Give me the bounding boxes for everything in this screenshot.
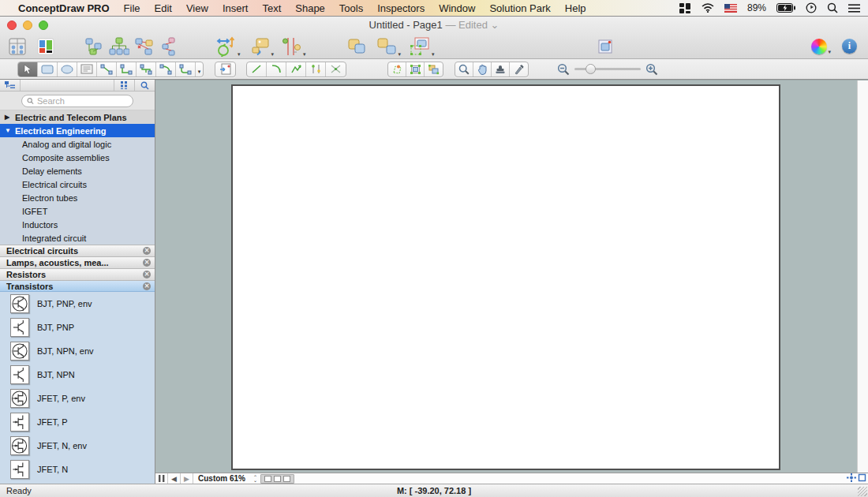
- battery-charging-icon[interactable]: [776, 3, 795, 13]
- tree-connector-tool[interactable]: [137, 62, 156, 77]
- list-icon[interactable]: [848, 4, 860, 13]
- tree-child-item[interactable]: Electrical circuits: [0, 178, 155, 191]
- close-library-icon[interactable]: ✕: [143, 247, 151, 255]
- info-button[interactable]: i: [842, 39, 857, 54]
- wifi-icon[interactable]: [702, 3, 714, 13]
- view-mode-3-button[interactable]: [283, 476, 290, 482]
- shape-item-bjt-pnp[interactable]: BJT, PNP: [0, 316, 155, 339]
- zoom-out-button[interactable]: [557, 63, 570, 76]
- menu-insert[interactable]: Insert: [215, 2, 256, 14]
- next-page-button[interactable]: ▶: [181, 473, 193, 484]
- shape-item-jfet-p[interactable]: JFET, P: [0, 410, 155, 434]
- smart-connector-tool[interactable]: [117, 62, 137, 77]
- insert-picture-icon[interactable]: ▾: [250, 36, 275, 57]
- tree-child-item[interactable]: Inductors: [0, 218, 155, 231]
- direct-connector-tool[interactable]: [97, 62, 117, 77]
- line-tool[interactable]: [247, 62, 267, 77]
- split-tool[interactable]: [326, 62, 346, 77]
- view-mode-1-button[interactable]: [264, 476, 271, 482]
- clock-icon[interactable]: [806, 2, 817, 13]
- menu-edit[interactable]: Edit: [148, 2, 179, 14]
- library-section-electrical-circuits[interactable]: Electrical circuits ✕: [0, 245, 155, 256]
- zoom-slider-knob[interactable]: [586, 64, 596, 74]
- menu-help[interactable]: Help: [558, 2, 593, 14]
- tree-child-item[interactable]: IGFET: [0, 204, 155, 218]
- search-field[interactable]: [21, 95, 133, 107]
- pointer-tool[interactable]: [18, 62, 38, 77]
- library-section-lamps-acoustics[interactable]: Lamps, acoustics, mea... ✕: [0, 256, 155, 268]
- close-library-icon[interactable]: ✕: [143, 259, 151, 267]
- shape-item-bjt-npn-env[interactable]: BJT, NPN, env: [0, 339, 155, 363]
- edit-shape-tool[interactable]: [406, 62, 425, 77]
- resize-grip[interactable]: [858, 487, 867, 496]
- auto-connect-tool[interactable]: [215, 62, 235, 77]
- org-chart-icon[interactable]: [109, 36, 129, 57]
- tree-child-item[interactable]: Analog and digital logic: [0, 137, 155, 151]
- tree-child-item[interactable]: Composite assemblies: [0, 151, 155, 164]
- menu-app[interactable]: ConceptDraw PRO: [11, 2, 117, 14]
- library-section-resistors[interactable]: Resistors ✕: [0, 268, 155, 280]
- reshape-tool[interactable]: [388, 62, 406, 77]
- zoom-in-button[interactable]: [645, 63, 658, 76]
- align-shapes-icon[interactable]: ▾: [282, 36, 306, 57]
- edit-group-tool[interactable]: [425, 62, 443, 77]
- vertical-scrollbar[interactable]: [857, 80, 868, 473]
- fit-page-icon[interactable]: [847, 473, 856, 484]
- zoom-tool[interactable]: [455, 62, 473, 77]
- text-tool[interactable]: [77, 62, 97, 77]
- ellipse-tool[interactable]: [58, 62, 77, 77]
- zoom-slider[interactable]: [574, 68, 641, 70]
- actual-size-icon[interactable]: [858, 473, 866, 484]
- connect-shapes-icon[interactable]: [134, 36, 155, 57]
- arc-tool[interactable]: [267, 62, 286, 77]
- grid-view-button[interactable]: [114, 80, 134, 91]
- group-icon[interactable]: [346, 36, 368, 57]
- tree-diagram-icon[interactable]: [84, 36, 104, 57]
- close-library-icon[interactable]: ✕: [143, 282, 151, 290]
- search-icon[interactable]: [827, 2, 838, 13]
- tree-item-electric-telecom-plans[interactable]: ▶ Electric and Telecom Plans: [0, 110, 155, 124]
- horizontal-scrollbar[interactable]: [294, 473, 847, 484]
- libraries-panel-icon[interactable]: [8, 37, 27, 56]
- zoom-stepper[interactable]: ⌃⌄: [250, 476, 260, 482]
- close-library-icon[interactable]: ✕: [143, 271, 151, 278]
- tree-child-item[interactable]: Integrated circuit: [0, 231, 155, 245]
- tree-child-item[interactable]: Electron tubes: [0, 191, 155, 204]
- shape-item-jfet-n[interactable]: JFET, N: [0, 458, 155, 481]
- stamp-tool[interactable]: [492, 62, 510, 77]
- ungroup-icon[interactable]: ▾: [376, 36, 402, 57]
- view-mode-2-button[interactable]: [274, 476, 281, 482]
- presentation-page-icon[interactable]: [597, 39, 613, 54]
- connector-dropdown-caret[interactable]: ▾: [196, 62, 203, 77]
- polyline-tool[interactable]: [286, 62, 306, 77]
- tree-item-electrical-engineering[interactable]: ▼ Electrical Engineering: [0, 124, 155, 137]
- menu-shape[interactable]: Shape: [288, 2, 332, 14]
- distribute-tool[interactable]: [306, 62, 326, 77]
- minimize-button[interactable]: [23, 21, 32, 30]
- search-input[interactable]: [37, 96, 128, 106]
- swap-orientation-icon[interactable]: ▾: [216, 36, 241, 57]
- menu-text[interactable]: Text: [255, 2, 288, 14]
- app-grid-icon[interactable]: [679, 3, 691, 13]
- shape-item-bjt-npn[interactable]: BJT, NPN: [0, 363, 155, 387]
- tree-view-button[interactable]: [0, 80, 21, 91]
- zoom-level-value[interactable]: Custom 61%: [193, 474, 250, 483]
- menu-view[interactable]: View: [179, 2, 215, 14]
- shape-item-jfet-n-env[interactable]: JFET, N, env: [0, 434, 155, 458]
- page-tabs-button[interactable]: [155, 473, 168, 484]
- disclosure-triangle-icon[interactable]: ▼: [5, 127, 11, 134]
- shape-item-jfet-p-env[interactable]: JFET, P, env: [0, 387, 155, 410]
- previous-page-button[interactable]: ◀: [168, 473, 181, 484]
- convert-to-group-icon[interactable]: ▾: [409, 36, 435, 57]
- menu-inspectors[interactable]: Inspectors: [370, 2, 432, 14]
- solution-layout-icon[interactable]: [36, 37, 55, 56]
- pan-tool[interactable]: [473, 62, 492, 77]
- rectangle-tool[interactable]: [38, 62, 58, 77]
- shape-item-bjt-pnp-env[interactable]: BJT, PNP, env: [0, 292, 155, 316]
- title-bar[interactable]: Untitled - Page1 — Edited ⌄: [0, 17, 868, 33]
- keyboard-flag-icon[interactable]: [724, 4, 737, 13]
- menu-file[interactable]: File: [117, 2, 148, 14]
- menu-tools[interactable]: Tools: [332, 2, 370, 14]
- drawing-page[interactable]: [231, 84, 780, 470]
- color-wheel-icon[interactable]: ▾: [811, 39, 831, 54]
